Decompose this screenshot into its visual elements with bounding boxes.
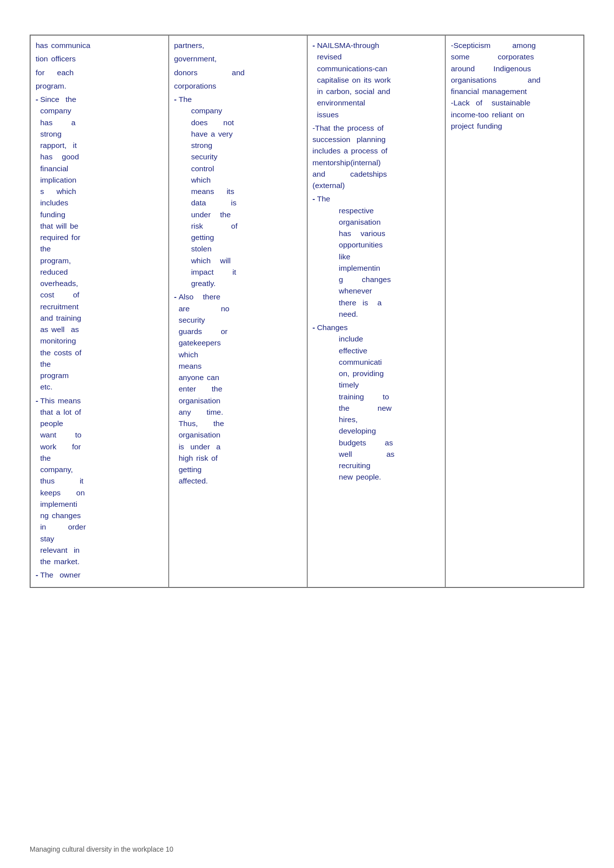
col3-bullet2: - The respective organisation has variou…: [313, 193, 440, 320]
col2-line3: donors and: [174, 67, 302, 78]
col2-line2: government,: [174, 53, 302, 64]
col2-bullet2-text: Also thereare nosecurityguards orgatekee…: [179, 291, 230, 486]
col2-bullet-dash-2: -: [174, 291, 177, 302]
col2-bullet-dash-1: -: [174, 94, 177, 105]
col3-line1: -That the process ofsuccession planningi…: [313, 122, 440, 192]
col3-bullet-dash-2: -: [313, 193, 315, 204]
table-cell-col1: has communica tion officers for each pro…: [30, 35, 169, 587]
col3-bullet3-text: Changes include effective communicati on…: [317, 322, 395, 483]
col1-bullet1-text: Since thecompanyhas astrongrapport, itha…: [40, 94, 81, 393]
page-container: has communica tion officers for each pro…: [0, 0, 614, 868]
col2-bullet1: - The company does not have a very stron…: [174, 94, 302, 289]
col3-bullet3: - Changes include effective communicati …: [313, 322, 440, 483]
col2-line1: partners,: [174, 40, 302, 51]
col1-bullet3-text: The owner: [40, 569, 81, 580]
col1-bullet2: - This meansthat a lot ofpeoplewant towo…: [36, 395, 163, 568]
col3-bullet-dash-1: -: [313, 40, 315, 51]
col2-line4: corporations: [174, 80, 302, 92]
bullet-dash-2: -: [36, 395, 38, 406]
col1-line3: for each: [36, 67, 163, 78]
table-cell-col2: partners, government, donors and corpora…: [169, 35, 307, 587]
col1-line2: tion officers: [36, 53, 163, 64]
col1-line1: has communica: [36, 40, 163, 51]
footer: Managing cultural diversity in the workp…: [30, 845, 173, 853]
col3-bullet1-text: NAILSMA-throughrevisedcommunications-can…: [317, 40, 391, 120]
col1-bullet2-text: This meansthat a lot ofpeoplewant towork…: [40, 395, 86, 568]
col2-bullet2: - Also thereare nosecurityguards orgatek…: [174, 291, 302, 486]
table-cell-col3: - NAILSMA-throughrevisedcommunications-c…: [307, 35, 446, 587]
table-cell-col4: -Scepticism amongsome corporatesaround I…: [445, 35, 584, 587]
bullet-dash: -: [36, 94, 38, 105]
col1-bullet1: - Since thecompanyhas astrongrapport, it…: [36, 94, 163, 393]
col3-bullet1: - NAILSMA-throughrevisedcommunications-c…: [313, 40, 440, 120]
col4-line1: -Scepticism amongsome corporatesaround I…: [451, 40, 578, 132]
col2-bullet1-text: The company does not have a very strong …: [179, 94, 237, 289]
table-grid: has communica tion officers for each pro…: [30, 35, 584, 587]
col3-bullet2-text: The respective organisation has various …: [317, 193, 391, 320]
col1-bullet3: - The owner: [36, 569, 163, 580]
col3-bullet-dash-3: -: [313, 322, 315, 333]
bullet-dash-3: -: [36, 569, 38, 580]
main-table: has communica tion officers for each pro…: [30, 35, 584, 588]
col1-line4: program.: [36, 80, 163, 92]
